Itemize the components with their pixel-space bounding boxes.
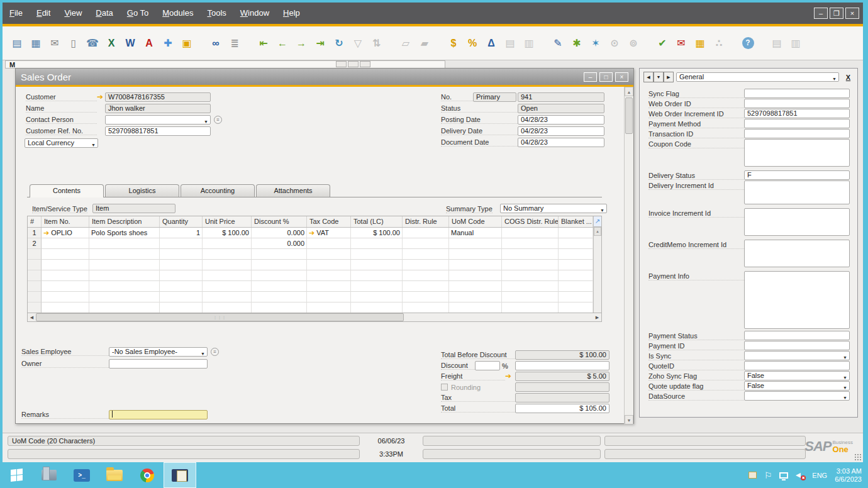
grid-cell[interactable] [449,281,502,292]
grid-cell[interactable] [351,260,403,270]
grid-cell[interactable]: 1 [28,228,42,238]
invoice-increment-id-field[interactable] [744,208,850,236]
chat-add-icon[interactable]: ⊚ [625,35,642,52]
copy-to-icon[interactable]: ▰ [416,35,433,52]
menu-modules[interactable]: Modules [155,3,200,24]
grid-cell[interactable]: $ 100.00 [203,228,252,238]
sort-icon[interactable]: ⇅ [369,35,385,52]
menu-go-to[interactable]: Go To [120,3,155,24]
menu-edit[interactable]: Edit [30,3,57,24]
grid-cell[interactable] [351,270,403,281]
discount-percent-field[interactable] [475,361,500,370]
web-order-increment-id-field[interactable]: 5297098817851 [744,109,850,118]
chat-icon[interactable]: ⊙ [606,35,623,52]
web-order-id-field[interactable] [744,99,850,108]
email-icon[interactable]: ✉ [47,35,63,52]
export-excel-icon[interactable]: X [103,35,120,52]
grid-cell[interactable] [203,238,252,249]
freight-link-arrow-icon[interactable]: ➔ [505,372,515,380]
grid-cell[interactable] [559,292,593,302]
grid-cell[interactable] [252,292,307,302]
tab-logistics[interactable]: Logistics [105,184,179,197]
tray-clock[interactable]: 3:03 AM 6/6/2023 [835,467,862,484]
grid-cell[interactable] [252,260,307,270]
grid-col-header-item-description[interactable]: Item Description [89,216,160,227]
payment-status-field[interactable] [744,331,850,340]
grid-cell[interactable] [559,302,593,313]
datasource-dropdown[interactable] [744,391,850,401]
grid-col-header-uom-code[interactable]: UoM Code [449,216,502,227]
sync-flag-field[interactable] [744,89,850,98]
grid-cell[interactable]: $ 100.00 [351,228,403,238]
grid-cell[interactable] [42,302,89,313]
grid-cell[interactable] [160,249,203,260]
grid-cell[interactable] [203,281,252,292]
grid-cell[interactable] [351,249,403,260]
grid-cell[interactable] [28,260,42,270]
grid-cell[interactable] [307,281,351,292]
name-field[interactable]: Jhon walker [105,104,211,113]
item-service-type-field[interactable]: Item [92,204,175,213]
grid-cell[interactable] [89,249,160,260]
panel-next-icon[interactable]: ▶ [664,72,674,82]
status-field[interactable]: Open [518,104,604,113]
grid-scroll-up-icon[interactable]: ▲ [594,227,601,236]
freight-field[interactable]: $ 5.00 [515,372,609,381]
sms-icon[interactable]: ▯ [65,35,82,52]
grid-cell[interactable] [160,292,203,302]
previous-record-icon[interactable]: ← [274,35,291,52]
grid-cell[interactable] [502,292,559,302]
scroll-left-icon[interactable]: ◀ [28,313,36,321]
grid-cell[interactable] [502,238,559,249]
print-icon[interactable]: ▦ [28,35,44,52]
grid-cell[interactable] [252,281,307,292]
grid-cell[interactable] [42,238,89,249]
grid-cell[interactable] [449,292,502,302]
find-icon[interactable]: ∞ [208,35,224,52]
grid-cell[interactable] [28,249,42,260]
grid-cell[interactable] [403,292,449,302]
org-chart-icon[interactable]: ∴ [711,35,727,52]
refresh-icon[interactable]: ↻ [331,35,347,52]
app-restore-icon[interactable]: ❐ [830,8,843,19]
menu-data[interactable]: Data [89,3,120,24]
creditmemo-increment-id-field[interactable] [744,240,850,267]
grid-col-header-unit-price[interactable]: Unit Price [203,216,252,227]
grid-cell[interactable] [307,292,351,302]
grid-cell[interactable] [449,302,502,313]
grid-cell[interactable] [160,281,203,292]
grid-cell[interactable] [28,270,42,281]
tab-contents[interactable]: Contents [30,184,104,197]
grid-col-header-discount[interactable]: Discount % [252,216,307,227]
delivery-status-field[interactable]: F [744,170,850,180]
grid-cell[interactable] [28,302,42,313]
taskbar-powershell[interactable]: >_ [65,462,98,488]
coupon-code-field[interactable] [744,139,850,167]
panel-prev-icon[interactable]: ◀ [643,72,654,82]
grid-cell[interactable]: Polo Sports shoes [89,228,160,238]
grid-cell[interactable]: 0.000 [252,228,307,238]
fax-icon[interactable]: ☎ [84,35,101,52]
start-button[interactable] [0,462,33,488]
payment-means-icon[interactable]: $ [445,35,462,52]
grid-cell[interactable] [203,249,252,260]
series-field[interactable]: Primary [473,92,516,102]
grid-cell[interactable] [89,238,160,249]
menu-view[interactable]: View [57,3,89,24]
tab-accounting[interactable]: Accounting [181,184,255,197]
grid-col-header-[interactable]: # [28,216,42,227]
grid-col-header-quantity[interactable]: Quantity [160,216,203,227]
menu-file[interactable]: File [3,3,30,24]
h-scrollbar-thumb[interactable]: ⋮⋮⋮ [36,313,404,321]
scroll-right-icon[interactable]: ▶ [593,313,601,321]
calculator-icon[interactable]: ▦ [692,35,708,52]
grid-cell[interactable] [160,302,203,313]
form-settings-icon[interactable]: ✱ [569,35,585,52]
grid-cell[interactable]: 1 [160,228,203,238]
grid-col-header-item-no[interactable]: Item No. [42,216,89,227]
journal-entry-icon[interactable]: ≣ [226,35,243,52]
grid-cell[interactable] [252,270,307,281]
grid-cell[interactable] [559,238,593,249]
export-pdf-icon[interactable]: A [141,35,157,52]
grid-col-header-distr-rule[interactable]: Distr. Rule [403,216,449,227]
